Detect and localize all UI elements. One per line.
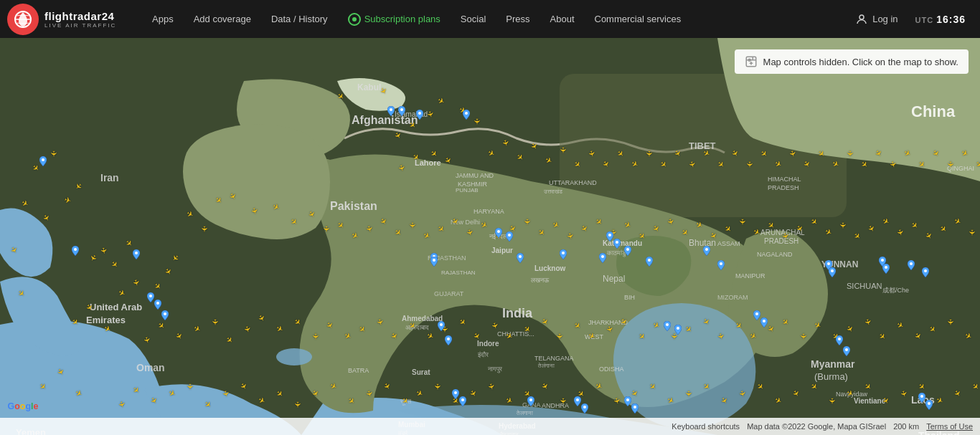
svg-text:SICHUAN: SICHUAN	[847, 282, 882, 290]
map-container[interactable]: China Afghanistan Iran Pakistan United A…	[0, 38, 980, 435]
nav-press[interactable]: Press	[496, 0, 540, 38]
svg-text:NAGALAND: NAGALAND	[757, 251, 793, 258]
svg-text:तेलगाना: तेलगाना	[516, 409, 533, 416]
svg-text:अहमदाबाद: अहमदाबाद	[405, 324, 429, 331]
svg-text:(Burma): (Burma)	[814, 371, 848, 382]
svg-text:Kathmandu: Kathmandu	[603, 239, 642, 247]
svg-text:BATRA: BATRA	[348, 367, 369, 374]
svg-text:Oman: Oman	[136, 362, 165, 373]
svg-text:Pakistan: Pakistan	[330, 200, 377, 212]
svg-text:GANA: GANA	[522, 401, 541, 408]
nav-data-history[interactable]: Data / History	[261, 0, 338, 38]
svg-text:HIMACHAL: HIMACHAL	[768, 176, 801, 183]
svg-text:UTTARAKHAND: UTTARAKHAND	[549, 179, 597, 186]
logo-area[interactable]: flightradar24 LIVE AIR TRAFFIC	[7, 4, 129, 35]
svg-text:PUNJAB: PUNJAB	[456, 187, 479, 193]
svg-text:सूरत: सूरत	[400, 398, 412, 406]
map-data-copyright: Map data ©2022 Google, Mapa GISrael	[747, 422, 886, 431]
login-button[interactable]: Log in	[848, 0, 905, 38]
svg-text:YUNNAN: YUNNAN	[821, 259, 858, 269]
utc-label: UTC	[915, 16, 934, 24]
scale-indicator: 200 km	[893, 422, 919, 431]
svg-text:China: China	[911, 102, 956, 120]
svg-text:Islamabad: Islamabad	[395, 110, 428, 118]
keyboard-shortcuts-link[interactable]: Keyboard shortcuts	[672, 422, 740, 431]
nav-social[interactable]: Social	[451, 0, 496, 38]
bottom-bar: Keyboard shortcuts Map data ©2022 Google…	[0, 418, 980, 435]
svg-text:ANDHRA: ANDHRA	[542, 402, 569, 409]
svg-text:HARYANA: HARYANA	[473, 208, 504, 215]
svg-text:Lucknow: Lucknow	[534, 264, 566, 272]
svg-text:ASSAM: ASSAM	[717, 240, 740, 247]
subscription-label: Subscription plans	[364, 14, 440, 24]
nav-about[interactable]: About	[540, 0, 585, 38]
map-controls-icon	[745, 55, 758, 68]
svg-text:Iran: Iran	[100, 172, 119, 183]
svg-text:Emirates: Emirates	[86, 315, 126, 325]
svg-text:Google: Google	[8, 401, 39, 411]
svg-text:BIH: BIH	[624, 294, 635, 301]
svg-text:MIZORAM: MIZORAM	[717, 294, 748, 301]
brand-tagline: LIVE AIR TRAFFIC	[44, 22, 116, 29]
svg-text:MANIPUR: MANIPUR	[735, 272, 765, 279]
svg-text:TIBET: TIBET	[689, 140, 716, 151]
login-label: Log in	[872, 14, 897, 24]
svg-text:成都/Che: 成都/Che	[882, 287, 909, 294]
logo-text: flightradar24 LIVE AIR TRAFFIC	[44, 10, 116, 29]
map-controls-text: Map controls hidden. Click on the map to…	[763, 57, 958, 67]
svg-text:WEST: WEST	[585, 333, 604, 340]
svg-text:Navpyidaw: Navpyidaw	[836, 391, 868, 398]
subscription-icon	[348, 13, 361, 26]
svg-text:Nepal: Nepal	[603, 274, 625, 284]
svg-text:RAJASTHAN: RAJASTHAN	[441, 269, 476, 276]
svg-text:New Delhi: New Delhi	[451, 219, 480, 226]
svg-text:Lahore: Lahore	[415, 158, 441, 167]
svg-text:Vientiane: Vientiane	[854, 397, 886, 405]
nav-subscription-plans[interactable]: Subscription plans	[338, 0, 451, 38]
svg-text:तेलंगाना: तेलंगाना	[537, 362, 555, 369]
logo-icon	[7, 4, 39, 35]
svg-text:CHHATTIS...: CHHATTIS...	[497, 330, 534, 338]
svg-text:PRADESH: PRADESH	[768, 184, 799, 191]
svg-text:Surat: Surat	[412, 368, 430, 376]
clock-time: 16:36	[936, 14, 966, 25]
svg-text:ARUNACHAL: ARUNACHAL	[760, 229, 805, 236]
svg-text:Myanmar: Myanmar	[811, 358, 855, 370]
map-controls-notice[interactable]: Map controls hidden. Click on the map to…	[735, 49, 969, 74]
svg-text:RAJASTHAN: RAJASTHAN	[428, 254, 466, 262]
svg-text:Ahmedabad: Ahmedabad	[402, 315, 443, 322]
svg-text:Jaipur: Jaipur	[491, 247, 513, 254]
svg-text:इंदौर: इंदौर	[477, 350, 489, 358]
svg-text:JAMMU AND: JAMMU AND	[456, 172, 494, 179]
svg-text:Laos: Laos	[911, 394, 935, 406]
nav-apps[interactable]: Apps	[142, 0, 184, 38]
svg-text:लखनऊ: लखनऊ	[530, 277, 550, 284]
svg-text:नागपुर: नागपुर	[487, 365, 502, 373]
nav-right: Log in UTC16:36	[848, 0, 973, 38]
svg-text:Kabul: Kabul	[357, 82, 381, 92]
svg-text:ODISHA: ODISHA	[599, 365, 624, 373]
svg-text:उत्तराखंड: उत्तराखंड	[543, 188, 562, 195]
terms-link[interactable]: Terms of Use	[926, 422, 973, 431]
svg-text:Bhutan: Bhutan	[689, 238, 716, 248]
user-icon	[855, 13, 868, 26]
svg-text:Indore: Indore	[477, 340, 499, 348]
map-background: China Afghanistan Iran Pakistan United A…	[0, 38, 980, 435]
nav-add-coverage[interactable]: Add coverage	[184, 0, 261, 38]
main-nav: Apps Add coverage Data / History Subscri…	[142, 0, 691, 38]
svg-text:United Arab: United Arab	[90, 302, 142, 312]
svg-text:QINGHAI: QINGHAI	[947, 165, 974, 172]
svg-text:GUJARAT: GUJARAT	[434, 290, 464, 297]
svg-text:नई दिल्ली: नई दिल्ली	[489, 232, 512, 240]
google-logo: Google	[7, 401, 43, 415]
svg-text:India: India	[502, 306, 533, 320]
svg-text:PRADESH: PRADESH	[764, 237, 798, 245]
svg-text:TELANGANA: TELANGANA	[534, 355, 574, 362]
svg-text:JHARKHAND: JHARKHAND	[588, 319, 628, 326]
svg-point-1	[859, 15, 864, 19]
nav-commercial-services[interactable]: Commercial services	[585, 0, 692, 38]
utc-time-display: UTC16:36	[908, 14, 973, 25]
svg-point-4	[276, 348, 312, 365]
navbar: flightradar24 LIVE AIR TRAFFIC Apps Add …	[0, 0, 980, 38]
brand-name: flightradar24	[44, 10, 116, 22]
